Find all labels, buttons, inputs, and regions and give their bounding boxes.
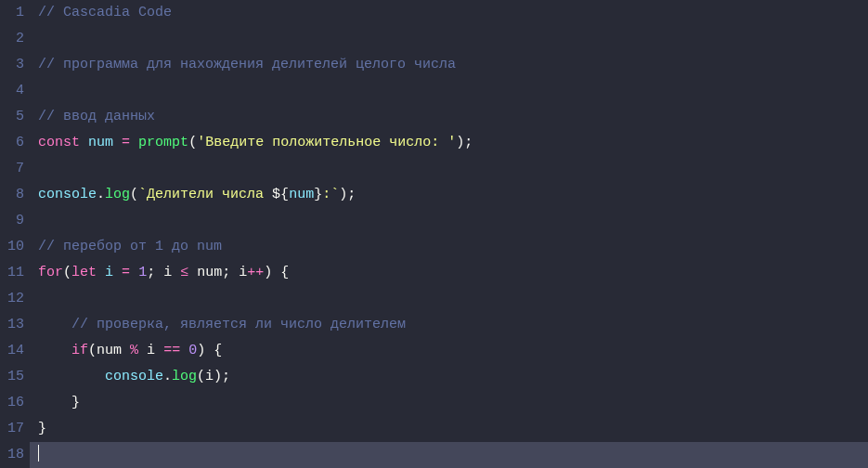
- token-punc: }: [30, 421, 46, 436]
- token-ident: i: [205, 369, 214, 384]
- token-punc: ) {: [197, 343, 222, 358]
- code-line[interactable]: [30, 208, 868, 234]
- token-ident2: num: [88, 135, 113, 150]
- token-comment: // программа для нахождения делителей це…: [38, 57, 456, 72]
- token-num: 0: [188, 343, 197, 358]
- token-punc: [130, 135, 138, 150]
- token-punc: [138, 343, 147, 358]
- token-ident: num: [97, 343, 122, 358]
- token-op: %: [130, 343, 138, 358]
- code-line[interactable]: for(let i = 1; i ≤ num; i++) {: [30, 260, 868, 286]
- token-ident: i: [163, 265, 172, 280]
- code-line[interactable]: [30, 286, 868, 312]
- token-func: log: [172, 369, 197, 384]
- line-number-gutter: 123456789101112131415161718: [0, 0, 30, 468]
- token-punc: );: [214, 369, 230, 384]
- code-line[interactable]: if(num % i == 0) {: [30, 338, 868, 364]
- token-ident2: i: [105, 265, 113, 280]
- line-number: 4: [0, 78, 24, 104]
- token-punc: [122, 343, 130, 358]
- token-punc: (: [197, 369, 205, 384]
- token-ident2: num: [289, 187, 314, 202]
- token-punc: [97, 265, 105, 280]
- token-func: log: [105, 187, 130, 202]
- code-line[interactable]: [30, 26, 868, 52]
- code-line[interactable]: // проверка, является ли число делителем: [30, 312, 868, 338]
- token-punc: [30, 343, 71, 358]
- token-punc: [30, 57, 38, 72]
- line-number: 15: [0, 364, 24, 390]
- code-line[interactable]: [30, 442, 868, 468]
- token-punc: ;: [222, 265, 239, 280]
- line-number: 2: [0, 26, 24, 52]
- code-line[interactable]: console.log(`Делители числа ${num}:`);: [30, 182, 868, 208]
- token-punc: [130, 265, 138, 280]
- token-punc: [30, 447, 38, 462]
- token-punc: (: [130, 187, 138, 202]
- token-op: ==: [163, 343, 180, 358]
- token-comment: // перебор от 1 до num: [38, 239, 222, 254]
- token-punc: .: [163, 369, 172, 384]
- code-line[interactable]: // программа для нахождения делителей це…: [30, 52, 868, 78]
- token-keyword: if: [71, 343, 88, 358]
- code-area[interactable]: // Cascadia Code // программа для нахожд…: [30, 0, 868, 468]
- token-keyword: let: [71, 265, 97, 280]
- token-punc: [113, 135, 122, 150]
- line-number: 11: [0, 260, 24, 286]
- line-number: 17: [0, 416, 24, 442]
- code-line[interactable]: const num = prompt('Введите положительно…: [30, 130, 868, 156]
- code-line[interactable]: }: [30, 390, 868, 416]
- line-number: 16: [0, 390, 24, 416]
- token-punc: (: [188, 135, 197, 150]
- token-ident: num: [197, 265, 222, 280]
- token-punc: [155, 343, 163, 358]
- line-number: 12: [0, 286, 24, 312]
- token-ident: i: [147, 343, 155, 358]
- line-number: 6: [0, 130, 24, 156]
- token-punc: ) {: [264, 265, 289, 280]
- token-comment: // Cascadia Code: [38, 5, 172, 20]
- token-string: :`: [322, 187, 339, 202]
- code-line[interactable]: console.log(i);: [30, 364, 868, 390]
- token-op: =: [122, 135, 130, 150]
- token-punc: [30, 369, 105, 384]
- token-string: 'Введите положительное число: ': [197, 135, 456, 150]
- token-op: ++: [247, 265, 264, 280]
- code-line[interactable]: // перебор от 1 до num: [30, 234, 868, 260]
- line-number: 14: [0, 338, 24, 364]
- token-ident2: console: [105, 369, 163, 384]
- token-punc: (: [63, 265, 71, 280]
- line-number: 9: [0, 208, 24, 234]
- code-line[interactable]: [30, 78, 868, 104]
- token-comment: // ввод данных: [38, 109, 155, 124]
- token-punc: );: [456, 135, 473, 150]
- token-punc: [30, 317, 71, 332]
- token-punc: [30, 5, 38, 20]
- token-punc: (: [88, 343, 97, 358]
- token-interp: ${: [272, 187, 289, 202]
- token-num: 1: [138, 265, 147, 280]
- code-line[interactable]: // Cascadia Code: [30, 0, 868, 26]
- code-line[interactable]: [30, 156, 868, 182]
- token-string: `Делители числа: [138, 187, 272, 202]
- line-number: 10: [0, 234, 24, 260]
- line-number: 18: [0, 442, 24, 468]
- line-number: 1: [0, 0, 24, 26]
- token-ident2: console: [38, 187, 97, 202]
- token-punc: ;: [147, 265, 163, 280]
- text-cursor: [38, 445, 39, 462]
- code-line[interactable]: }: [30, 416, 868, 442]
- line-number: 3: [0, 52, 24, 78]
- token-keyword: for: [38, 265, 63, 280]
- token-ident: i: [239, 265, 247, 280]
- line-number: 13: [0, 312, 24, 338]
- line-number: 5: [0, 104, 24, 130]
- token-punc: [172, 265, 180, 280]
- token-op: ≤: [180, 265, 188, 280]
- token-punc: [30, 109, 38, 124]
- token-punc: [30, 265, 38, 280]
- token-punc: [188, 265, 197, 280]
- code-line[interactable]: // ввод данных: [30, 104, 868, 130]
- code-editor[interactable]: 123456789101112131415161718 // Cascadia …: [0, 0, 868, 468]
- token-func: prompt: [138, 135, 188, 150]
